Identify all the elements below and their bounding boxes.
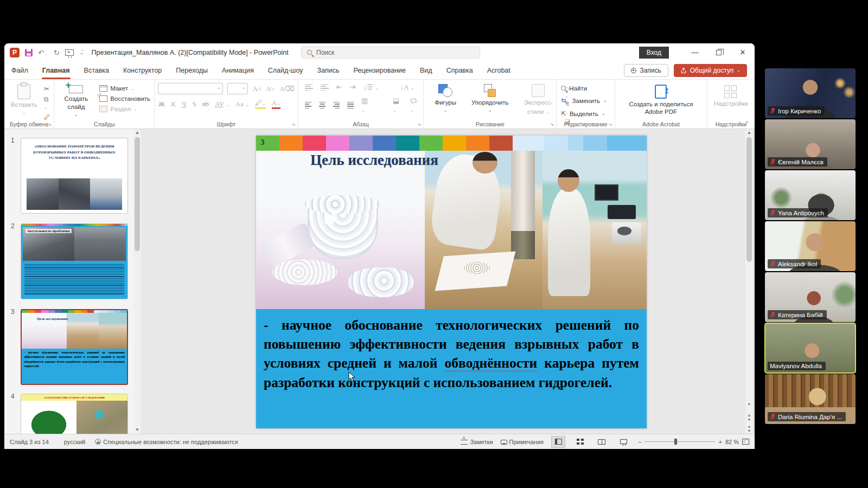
collapse-ribbon-icon[interactable]: ⌃ — [745, 120, 749, 126]
arrange-button[interactable]: Упорядочить⌄ — [468, 83, 512, 119]
character-spacing-button[interactable]: AV ⌄ — [215, 100, 229, 108]
quick-styles-button[interactable]: Экспресс-стили ⌄ — [520, 83, 556, 119]
zoom-in-button[interactable]: + — [718, 439, 722, 445]
comments-button[interactable]: Примечания — [501, 439, 544, 445]
hydrogel-photo[interactable] — [256, 151, 425, 309]
align-left-icon[interactable] — [305, 102, 311, 109]
tab-transitions[interactable]: Переходы — [169, 62, 215, 79]
participant-tile[interactable]: Aleksandr Ikol — [765, 221, 856, 271]
reset-button[interactable]: Восстановить — [98, 94, 152, 103]
slide-scrollbar[interactable]: ▲ ▼ ▲▲ ▼▼ — [745, 129, 753, 434]
font-color-button[interactable]: А⌄ — [272, 99, 280, 109]
start-slideshow-icon[interactable] — [65, 49, 74, 56]
text-shadow-button[interactable]: S — [192, 100, 196, 108]
select-button[interactable]: ⇱Выделить⌄ — [560, 108, 611, 119]
tab-review[interactable]: Рецензирование — [346, 62, 413, 79]
notes-button[interactable]: Заметки — [461, 439, 493, 445]
save-icon[interactable] — [25, 49, 33, 56]
scroll-down-icon[interactable]: ▼ — [745, 401, 753, 410]
scrollbar-thumb[interactable] — [746, 137, 752, 262]
paste-button[interactable]: Вставить⌄ — [8, 83, 41, 119]
slideshow-view-button[interactable] — [616, 436, 630, 448]
scroll-down-icon[interactable]: ▼ — [133, 426, 141, 434]
close-button[interactable]: ✕ — [731, 43, 755, 61]
font-name-combobox[interactable] — [158, 83, 223, 94]
tab-file[interactable]: Файл — [4, 62, 35, 79]
italic-button[interactable]: К — [171, 100, 176, 108]
participant-tile[interactable]: Євгеній Малєєв — [765, 119, 856, 169]
copy-icon[interactable]: ⧉ ⌄ — [44, 95, 51, 111]
highlight-button[interactable]: 🖊⌄ — [255, 99, 266, 109]
smartart-convert-icon[interactable]: ⮔ ⌄ — [410, 97, 420, 114]
tab-design[interactable]: Конструктор — [116, 62, 169, 79]
slide-thumbnail-2[interactable]: Актуальность проблемы — [21, 223, 128, 299]
participant-tile[interactable]: Yana Antipovych — [765, 170, 856, 220]
participant-tile-active-speaker[interactable]: Mavlyanov Abdulla — [765, 323, 856, 373]
tab-acrobat[interactable]: Acrobat — [480, 62, 518, 79]
slide-title[interactable]: Цель исследования — [310, 152, 438, 169]
scroll-up-icon[interactable]: ▲ — [745, 129, 753, 137]
participant-tile[interactable]: Катерина Бабій — [765, 272, 856, 322]
tab-insert[interactable]: Вставка — [77, 62, 116, 79]
new-slide-button[interactable]: Создать слайд⌄ — [58, 83, 94, 119]
addins-button[interactable]: Надстройки — [711, 83, 751, 119]
slide-body-textbox[interactable]: - научное обоснование технологических ре… — [256, 309, 647, 428]
replace-button[interactable]: ⇆bЗаменить⌄ — [560, 95, 611, 106]
tab-view[interactable]: Вид — [413, 62, 439, 79]
minimize-button[interactable]: — — [683, 43, 707, 61]
tab-help[interactable]: Справка — [439, 62, 480, 79]
fit-to-window-icon[interactable] — [742, 439, 749, 445]
signin-button[interactable]: Вход — [639, 47, 669, 59]
find-button[interactable]: Найти — [560, 84, 611, 93]
underline-button[interactable]: Ч — [182, 100, 186, 108]
strikethrough-button[interactable]: ab — [202, 100, 209, 108]
lab-scale-photo[interactable] — [542, 151, 647, 309]
text-direction-icon[interactable]: ↓А ⌄ — [400, 83, 414, 92]
slide-thumbnail-3-current[interactable]: Цель исследования - научное обоснование … — [21, 309, 128, 385]
customize-toolbar-icon[interactable]: ⌄̄ — [79, 49, 84, 55]
tab-slideshow[interactable]: Слайд-шоу — [261, 62, 310, 79]
align-right-icon[interactable] — [333, 102, 340, 109]
scroll-up-icon[interactable]: ▲ — [133, 129, 141, 137]
cut-icon[interactable]: ✂ — [44, 85, 51, 93]
zoom-slider-thumb[interactable] — [674, 439, 677, 445]
zoom-slider[interactable] — [644, 441, 715, 442]
lab-experiment-photo[interactable] — [425, 151, 542, 309]
grow-font-icon[interactable]: А˄ — [252, 85, 261, 93]
align-center-icon[interactable] — [319, 102, 326, 109]
decrease-indent-icon[interactable]: ⇤ — [336, 83, 342, 92]
tab-animations[interactable]: Анимация — [215, 62, 261, 79]
redo-icon[interactable]: ↻ — [53, 48, 60, 57]
normal-view-button[interactable] — [551, 436, 565, 448]
paragraph-dialog-launcher[interactable]: ⇘ — [418, 122, 422, 127]
justify-icon[interactable] — [347, 102, 354, 109]
tab-home[interactable]: Главная — [35, 62, 77, 79]
zoom-percentage[interactable]: 82 % — [725, 439, 739, 445]
line-spacing-icon[interactable]: ↕☰ ⌄ — [363, 83, 379, 92]
language-indicator[interactable]: русский — [64, 439, 85, 445]
editing-dialog-launcher[interactable]: ⇘ — [609, 122, 612, 127]
clipboard-dialog-launcher[interactable]: ⇘ — [48, 122, 52, 127]
slide-sorter-view-button[interactable] — [573, 436, 587, 448]
record-button[interactable]: Запись — [624, 64, 668, 77]
clear-format-icon[interactable]: А⌫ — [279, 85, 295, 93]
slide-thumbnail-1[interactable]: «ОБОСНОВАНИЕ ПАРАМЕТРОВ ВЕДЕНИЯ БУРОВЗРЫ… — [21, 138, 128, 214]
thumbnail-scrollbar[interactable]: ▲ ▼ — [133, 129, 141, 434]
format-painter-icon[interactable]: 🖉 — [44, 113, 51, 121]
font-size-combobox[interactable] — [227, 83, 248, 94]
font-dialog-launcher[interactable]: ⇘ — [292, 122, 296, 127]
reading-view-button[interactable] — [595, 436, 609, 448]
previous-slide-button[interactable]: ▲▲ — [745, 412, 753, 421]
zoom-out-button[interactable]: − — [638, 439, 641, 445]
participant-tile[interactable]: Daria Riumina Дар'я ... — [765, 374, 856, 424]
undo-icon[interactable]: ↶⌄ — [38, 48, 48, 57]
drawing-dialog-launcher[interactable]: ⇘ — [551, 122, 554, 127]
align-text-icon[interactable]: ⬓ ⌄ — [393, 97, 403, 114]
increase-indent-icon[interactable]: ⇥ — [350, 83, 356, 92]
participant-tile[interactable]: Ігор Кириченко — [765, 68, 856, 118]
bold-button[interactable]: Ж — [158, 100, 165, 108]
numbering-icon[interactable] — [321, 84, 329, 91]
section-button[interactable]: Раздел⌄ — [98, 105, 152, 113]
powerpoint-logo-icon[interactable]: P — [10, 48, 20, 57]
layout-button[interactable]: Макет⌄ — [98, 84, 152, 93]
